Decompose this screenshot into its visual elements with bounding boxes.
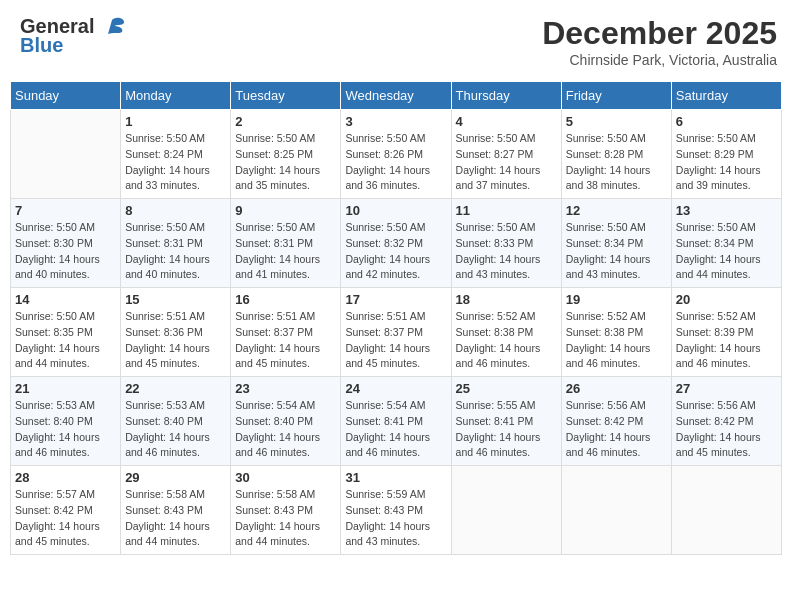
day-info: Sunrise: 5:50 AMSunset: 8:34 PMDaylight:… <box>566 220 667 283</box>
day-number: 7 <box>15 203 116 218</box>
calendar-cell: 24Sunrise: 5:54 AMSunset: 8:41 PMDayligh… <box>341 377 451 466</box>
calendar-cell: 29Sunrise: 5:58 AMSunset: 8:43 PMDayligh… <box>121 466 231 555</box>
calendar-week-row: 14Sunrise: 5:50 AMSunset: 8:35 PMDayligh… <box>11 288 782 377</box>
day-info: Sunrise: 5:54 AMSunset: 8:40 PMDaylight:… <box>235 398 336 461</box>
calendar-cell: 8Sunrise: 5:50 AMSunset: 8:31 PMDaylight… <box>121 199 231 288</box>
day-number: 17 <box>345 292 446 307</box>
day-number: 26 <box>566 381 667 396</box>
day-number: 4 <box>456 114 557 129</box>
day-number: 21 <box>15 381 116 396</box>
day-info: Sunrise: 5:50 AMSunset: 8:29 PMDaylight:… <box>676 131 777 194</box>
day-number: 5 <box>566 114 667 129</box>
calendar-week-row: 7Sunrise: 5:50 AMSunset: 8:30 PMDaylight… <box>11 199 782 288</box>
calendar-cell: 1Sunrise: 5:50 AMSunset: 8:24 PMDaylight… <box>121 110 231 199</box>
calendar-cell: 18Sunrise: 5:52 AMSunset: 8:38 PMDayligh… <box>451 288 561 377</box>
day-info: Sunrise: 5:59 AMSunset: 8:43 PMDaylight:… <box>345 487 446 550</box>
day-info: Sunrise: 5:50 AMSunset: 8:30 PMDaylight:… <box>15 220 116 283</box>
day-header-sunday: Sunday <box>11 82 121 110</box>
calendar-cell <box>561 466 671 555</box>
logo-blue-text: Blue <box>20 34 63 57</box>
day-number: 31 <box>345 470 446 485</box>
day-info: Sunrise: 5:55 AMSunset: 8:41 PMDaylight:… <box>456 398 557 461</box>
day-info: Sunrise: 5:50 AMSunset: 8:34 PMDaylight:… <box>676 220 777 283</box>
calendar-cell: 19Sunrise: 5:52 AMSunset: 8:38 PMDayligh… <box>561 288 671 377</box>
month-title: December 2025 <box>542 15 777 52</box>
title-section: December 2025 Chirnside Park, Victoria, … <box>542 15 777 68</box>
day-number: 13 <box>676 203 777 218</box>
logo-bird-icon <box>98 16 126 38</box>
day-number: 1 <box>125 114 226 129</box>
day-info: Sunrise: 5:58 AMSunset: 8:43 PMDaylight:… <box>125 487 226 550</box>
day-number: 22 <box>125 381 226 396</box>
day-info: Sunrise: 5:53 AMSunset: 8:40 PMDaylight:… <box>15 398 116 461</box>
day-header-thursday: Thursday <box>451 82 561 110</box>
calendar-cell: 15Sunrise: 5:51 AMSunset: 8:36 PMDayligh… <box>121 288 231 377</box>
calendar-cell: 20Sunrise: 5:52 AMSunset: 8:39 PMDayligh… <box>671 288 781 377</box>
day-info: Sunrise: 5:50 AMSunset: 8:25 PMDaylight:… <box>235 131 336 194</box>
day-info: Sunrise: 5:50 AMSunset: 8:33 PMDaylight:… <box>456 220 557 283</box>
calendar-header-row: SundayMondayTuesdayWednesdayThursdayFrid… <box>11 82 782 110</box>
calendar-week-row: 1Sunrise: 5:50 AMSunset: 8:24 PMDaylight… <box>11 110 782 199</box>
calendar-cell: 23Sunrise: 5:54 AMSunset: 8:40 PMDayligh… <box>231 377 341 466</box>
day-info: Sunrise: 5:56 AMSunset: 8:42 PMDaylight:… <box>566 398 667 461</box>
day-info: Sunrise: 5:51 AMSunset: 8:37 PMDaylight:… <box>235 309 336 372</box>
day-info: Sunrise: 5:50 AMSunset: 8:32 PMDaylight:… <box>345 220 446 283</box>
day-number: 25 <box>456 381 557 396</box>
day-info: Sunrise: 5:52 AMSunset: 8:38 PMDaylight:… <box>566 309 667 372</box>
day-header-friday: Friday <box>561 82 671 110</box>
calendar-cell: 9Sunrise: 5:50 AMSunset: 8:31 PMDaylight… <box>231 199 341 288</box>
logo: General Blue <box>20 15 126 57</box>
day-info: Sunrise: 5:50 AMSunset: 8:28 PMDaylight:… <box>566 131 667 194</box>
day-header-wednesday: Wednesday <box>341 82 451 110</box>
calendar-cell: 3Sunrise: 5:50 AMSunset: 8:26 PMDaylight… <box>341 110 451 199</box>
day-number: 20 <box>676 292 777 307</box>
day-number: 19 <box>566 292 667 307</box>
calendar-week-row: 28Sunrise: 5:57 AMSunset: 8:42 PMDayligh… <box>11 466 782 555</box>
calendar-cell <box>11 110 121 199</box>
day-info: Sunrise: 5:50 AMSunset: 8:26 PMDaylight:… <box>345 131 446 194</box>
day-info: Sunrise: 5:57 AMSunset: 8:42 PMDaylight:… <box>15 487 116 550</box>
calendar-cell: 31Sunrise: 5:59 AMSunset: 8:43 PMDayligh… <box>341 466 451 555</box>
day-number: 3 <box>345 114 446 129</box>
day-info: Sunrise: 5:56 AMSunset: 8:42 PMDaylight:… <box>676 398 777 461</box>
day-info: Sunrise: 5:52 AMSunset: 8:39 PMDaylight:… <box>676 309 777 372</box>
day-number: 27 <box>676 381 777 396</box>
day-number: 23 <box>235 381 336 396</box>
calendar-week-row: 21Sunrise: 5:53 AMSunset: 8:40 PMDayligh… <box>11 377 782 466</box>
calendar-cell: 22Sunrise: 5:53 AMSunset: 8:40 PMDayligh… <box>121 377 231 466</box>
calendar-cell: 30Sunrise: 5:58 AMSunset: 8:43 PMDayligh… <box>231 466 341 555</box>
day-number: 2 <box>235 114 336 129</box>
calendar-cell <box>671 466 781 555</box>
day-info: Sunrise: 5:58 AMSunset: 8:43 PMDaylight:… <box>235 487 336 550</box>
calendar-cell: 13Sunrise: 5:50 AMSunset: 8:34 PMDayligh… <box>671 199 781 288</box>
day-header-monday: Monday <box>121 82 231 110</box>
calendar-cell: 7Sunrise: 5:50 AMSunset: 8:30 PMDaylight… <box>11 199 121 288</box>
calendar-cell: 6Sunrise: 5:50 AMSunset: 8:29 PMDaylight… <box>671 110 781 199</box>
calendar-cell <box>451 466 561 555</box>
day-info: Sunrise: 5:50 AMSunset: 8:31 PMDaylight:… <box>125 220 226 283</box>
day-info: Sunrise: 5:50 AMSunset: 8:31 PMDaylight:… <box>235 220 336 283</box>
day-info: Sunrise: 5:50 AMSunset: 8:24 PMDaylight:… <box>125 131 226 194</box>
calendar-cell: 12Sunrise: 5:50 AMSunset: 8:34 PMDayligh… <box>561 199 671 288</box>
day-number: 8 <box>125 203 226 218</box>
day-info: Sunrise: 5:53 AMSunset: 8:40 PMDaylight:… <box>125 398 226 461</box>
day-header-tuesday: Tuesday <box>231 82 341 110</box>
calendar-cell: 4Sunrise: 5:50 AMSunset: 8:27 PMDaylight… <box>451 110 561 199</box>
day-number: 15 <box>125 292 226 307</box>
day-info: Sunrise: 5:51 AMSunset: 8:36 PMDaylight:… <box>125 309 226 372</box>
calendar-cell: 17Sunrise: 5:51 AMSunset: 8:37 PMDayligh… <box>341 288 451 377</box>
calendar-cell: 16Sunrise: 5:51 AMSunset: 8:37 PMDayligh… <box>231 288 341 377</box>
calendar-cell: 21Sunrise: 5:53 AMSunset: 8:40 PMDayligh… <box>11 377 121 466</box>
day-info: Sunrise: 5:54 AMSunset: 8:41 PMDaylight:… <box>345 398 446 461</box>
calendar-cell: 2Sunrise: 5:50 AMSunset: 8:25 PMDaylight… <box>231 110 341 199</box>
calendar-table: SundayMondayTuesdayWednesdayThursdayFrid… <box>10 81 782 555</box>
calendar-cell: 5Sunrise: 5:50 AMSunset: 8:28 PMDaylight… <box>561 110 671 199</box>
day-info: Sunrise: 5:52 AMSunset: 8:38 PMDaylight:… <box>456 309 557 372</box>
calendar-cell: 25Sunrise: 5:55 AMSunset: 8:41 PMDayligh… <box>451 377 561 466</box>
calendar-cell: 10Sunrise: 5:50 AMSunset: 8:32 PMDayligh… <box>341 199 451 288</box>
day-number: 10 <box>345 203 446 218</box>
day-number: 24 <box>345 381 446 396</box>
day-number: 11 <box>456 203 557 218</box>
page-header: General Blue December 2025 Chirnside Par… <box>10 10 782 73</box>
calendar-cell: 28Sunrise: 5:57 AMSunset: 8:42 PMDayligh… <box>11 466 121 555</box>
